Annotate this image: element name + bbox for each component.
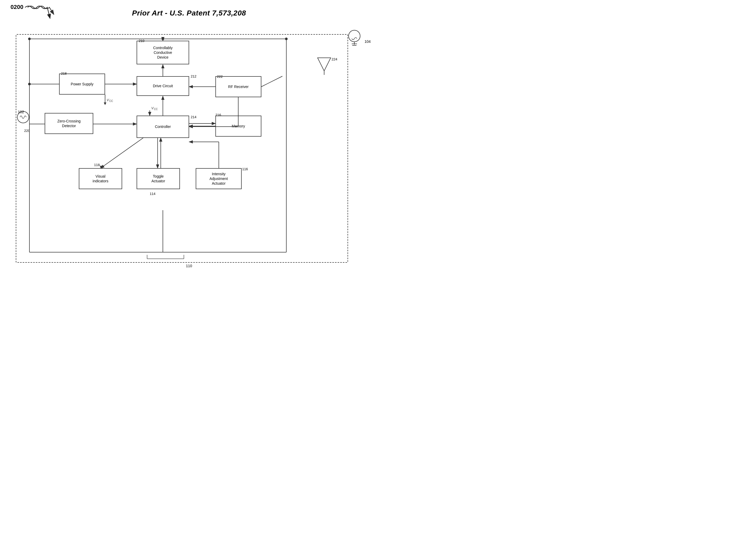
controllably-conductive-block: ControllablyConductiveDevice [137, 41, 189, 65]
label-224: 224 [332, 57, 337, 61]
drive-circuit-block: Drive Circuit [137, 76, 189, 96]
memory-block: Memory [215, 116, 261, 136]
svg-point-0 [348, 30, 360, 42]
outer-box [16, 34, 348, 263]
label-110: 110 [186, 264, 192, 268]
visual-indicators-block: Visualindicators [79, 168, 122, 189]
rf-receiver-block: RF Receiver [215, 76, 261, 97]
label-116: 116 [242, 167, 248, 171]
label-222: 222 [217, 75, 223, 79]
label-104: 104 [365, 40, 371, 44]
lightbulb-symbol [345, 28, 364, 51]
intensity-adjustment-block: IntensityAdjustmentActuator [196, 168, 242, 189]
page-title: Prior Art - U.S. Patent 7,573,208 [0, 9, 378, 17]
svg-marker-5 [318, 58, 331, 71]
zero-crossing-block: Zero-CrossingDetector [45, 113, 93, 134]
power-supply-block: Power Supply [59, 74, 105, 95]
label-210: 210 [139, 39, 145, 43]
label-214: 214 [191, 115, 197, 119]
label-218: 218 [61, 72, 67, 75]
label-118: 118 [94, 163, 100, 167]
controller-block: Controller [137, 116, 189, 138]
page: 0200 Prior Art - U.S. Patent 7,573,208 1… [0, 0, 378, 279]
label-216: 216 [215, 113, 221, 117]
label-220: 220 [24, 129, 30, 133]
toggle-actuator-block: ToggleActuator [137, 168, 180, 189]
antenna-symbol [316, 55, 332, 76]
label-102: 102 [18, 110, 24, 114]
label-212: 212 [191, 74, 197, 78]
label-114: 114 [150, 192, 156, 196]
